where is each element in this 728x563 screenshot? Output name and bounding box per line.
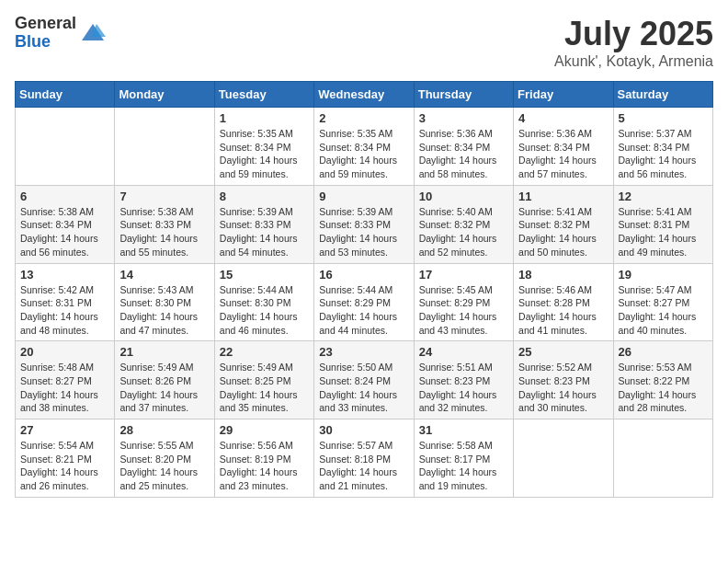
day-number: 8 xyxy=(220,190,309,203)
day-info: Sunrise: 5:48 AM Sunset: 8:27 PM Dayligh… xyxy=(20,361,109,415)
day-number: 9 xyxy=(319,190,408,203)
weekday-header: Sunday xyxy=(16,82,115,108)
day-info: Sunrise: 5:44 AM Sunset: 8:30 PM Dayligh… xyxy=(220,283,309,338)
day-number: 28 xyxy=(119,423,209,437)
day-number: 1 xyxy=(220,111,309,125)
day-info: Sunrise: 5:44 AM Sunset: 8:29 PM Dayligh… xyxy=(319,283,408,338)
day-info: Sunrise: 5:58 AM Sunset: 8:17 PM Dayligh… xyxy=(419,439,508,493)
calendar-day-cell: 17Sunrise: 5:45 AM Sunset: 8:29 PM Dayli… xyxy=(414,263,513,341)
page-header: General Blue July 2025 Akunk', Kotayk, A… xyxy=(15,15,713,70)
month-title: July 2025 xyxy=(554,15,713,53)
calendar-day-cell: 1Sunrise: 5:35 AM Sunset: 8:34 PM Daylig… xyxy=(214,108,313,186)
day-info: Sunrise: 5:36 AM Sunset: 8:34 PM Dayligh… xyxy=(419,127,508,181)
day-info: Sunrise: 5:56 AM Sunset: 8:19 PM Dayligh… xyxy=(220,439,309,493)
calendar-day-cell: 21Sunrise: 5:49 AM Sunset: 8:26 PM Dayli… xyxy=(115,341,214,419)
calendar-day-cell: 24Sunrise: 5:51 AM Sunset: 8:23 PM Dayli… xyxy=(414,341,513,419)
title-block: July 2025 Akunk', Kotayk, Armenia xyxy=(554,15,713,70)
calendar-day-cell: 23Sunrise: 5:50 AM Sunset: 8:24 PM Dayli… xyxy=(314,341,414,419)
weekday-header: Tuesday xyxy=(214,82,313,108)
day-number: 6 xyxy=(20,190,109,203)
calendar-day-cell: 2Sunrise: 5:35 AM Sunset: 8:34 PM Daylig… xyxy=(314,108,414,186)
day-info: Sunrise: 5:40 AM Sunset: 8:32 PM Dayligh… xyxy=(419,205,508,259)
day-info: Sunrise: 5:51 AM Sunset: 8:23 PM Dayligh… xyxy=(419,361,508,415)
day-info: Sunrise: 5:46 AM Sunset: 8:28 PM Dayligh… xyxy=(518,283,608,338)
calendar-day-cell: 18Sunrise: 5:46 AM Sunset: 8:28 PM Dayli… xyxy=(514,263,613,341)
calendar-day-cell: 19Sunrise: 5:47 AM Sunset: 8:27 PM Dayli… xyxy=(613,263,712,341)
logo: General Blue xyxy=(15,15,106,52)
day-number: 22 xyxy=(220,345,309,359)
weekday-header: Saturday xyxy=(613,82,712,108)
day-info: Sunrise: 5:43 AM Sunset: 8:30 PM Dayligh… xyxy=(119,283,209,338)
calendar-day-cell: 20Sunrise: 5:48 AM Sunset: 8:27 PM Dayli… xyxy=(16,341,115,419)
day-number: 30 xyxy=(319,423,408,437)
calendar-day-cell xyxy=(613,419,712,498)
calendar-day-cell: 15Sunrise: 5:44 AM Sunset: 8:30 PM Dayli… xyxy=(214,263,313,341)
weekday-header: Monday xyxy=(115,82,214,108)
day-number: 16 xyxy=(319,268,408,282)
calendar-day-cell: 27Sunrise: 5:54 AM Sunset: 8:21 PM Dayli… xyxy=(16,419,115,498)
day-info: Sunrise: 5:35 AM Sunset: 8:34 PM Dayligh… xyxy=(319,127,408,181)
calendar-day-cell: 28Sunrise: 5:55 AM Sunset: 8:20 PM Dayli… xyxy=(115,419,214,498)
calendar-week-row: 6Sunrise: 5:38 AM Sunset: 8:34 PM Daylig… xyxy=(16,185,713,263)
calendar-day-cell xyxy=(16,108,115,186)
day-info: Sunrise: 5:53 AM Sunset: 8:22 PM Dayligh… xyxy=(619,361,708,415)
day-number: 23 xyxy=(319,345,408,359)
day-info: Sunrise: 5:35 AM Sunset: 8:34 PM Dayligh… xyxy=(220,127,309,181)
day-number: 12 xyxy=(619,190,708,203)
day-info: Sunrise: 5:39 AM Sunset: 8:33 PM Dayligh… xyxy=(220,205,309,259)
day-number: 15 xyxy=(220,268,309,282)
calendar-day-cell: 8Sunrise: 5:39 AM Sunset: 8:33 PM Daylig… xyxy=(214,185,313,263)
weekday-header-row: SundayMondayTuesdayWednesdayThursdayFrid… xyxy=(16,82,713,108)
day-info: Sunrise: 5:54 AM Sunset: 8:21 PM Dayligh… xyxy=(20,439,109,493)
calendar-day-cell: 10Sunrise: 5:40 AM Sunset: 8:32 PM Dayli… xyxy=(414,185,513,263)
calendar-day-cell: 5Sunrise: 5:37 AM Sunset: 8:34 PM Daylig… xyxy=(613,108,712,186)
calendar-day-cell xyxy=(514,419,613,498)
calendar-week-row: 13Sunrise: 5:42 AM Sunset: 8:31 PM Dayli… xyxy=(16,263,713,341)
day-number: 25 xyxy=(518,345,608,359)
day-number: 21 xyxy=(119,345,209,359)
day-number: 2 xyxy=(319,111,408,125)
day-number: 24 xyxy=(419,345,508,359)
calendar-week-row: 27Sunrise: 5:54 AM Sunset: 8:21 PM Dayli… xyxy=(16,419,713,498)
calendar-day-cell: 31Sunrise: 5:58 AM Sunset: 8:17 PM Dayli… xyxy=(414,419,513,498)
calendar-day-cell: 30Sunrise: 5:57 AM Sunset: 8:18 PM Dayli… xyxy=(314,419,414,498)
day-info: Sunrise: 5:45 AM Sunset: 8:29 PM Dayligh… xyxy=(419,283,508,338)
calendar-day-cell: 11Sunrise: 5:41 AM Sunset: 8:32 PM Dayli… xyxy=(514,185,613,263)
calendar-table: SundayMondayTuesdayWednesdayThursdayFrid… xyxy=(15,81,713,498)
day-info: Sunrise: 5:38 AM Sunset: 8:34 PM Dayligh… xyxy=(20,205,109,259)
calendar-week-row: 20Sunrise: 5:48 AM Sunset: 8:27 PM Dayli… xyxy=(16,341,713,419)
calendar-day-cell: 25Sunrise: 5:52 AM Sunset: 8:23 PM Dayli… xyxy=(514,341,613,419)
day-info: Sunrise: 5:47 AM Sunset: 8:27 PM Dayligh… xyxy=(619,283,708,338)
day-info: Sunrise: 5:49 AM Sunset: 8:25 PM Dayligh… xyxy=(220,361,309,415)
day-info: Sunrise: 5:50 AM Sunset: 8:24 PM Dayligh… xyxy=(319,361,408,415)
day-number: 13 xyxy=(20,268,109,282)
logo-general: General xyxy=(15,15,76,33)
calendar-week-row: 1Sunrise: 5:35 AM Sunset: 8:34 PM Daylig… xyxy=(16,108,713,186)
day-info: Sunrise: 5:42 AM Sunset: 8:31 PM Dayligh… xyxy=(20,283,109,338)
day-info: Sunrise: 5:37 AM Sunset: 8:34 PM Dayligh… xyxy=(619,127,708,181)
day-number: 17 xyxy=(419,268,508,282)
day-number: 27 xyxy=(20,423,109,437)
day-info: Sunrise: 5:36 AM Sunset: 8:34 PM Dayligh… xyxy=(518,127,608,181)
calendar-day-cell xyxy=(115,108,214,186)
calendar-day-cell: 9Sunrise: 5:39 AM Sunset: 8:33 PM Daylig… xyxy=(314,185,414,263)
logo-blue: Blue xyxy=(15,33,76,52)
day-info: Sunrise: 5:52 AM Sunset: 8:23 PM Dayligh… xyxy=(518,361,608,415)
day-number: 20 xyxy=(20,345,109,359)
calendar-day-cell: 26Sunrise: 5:53 AM Sunset: 8:22 PM Dayli… xyxy=(613,341,712,419)
weekday-header: Thursday xyxy=(414,82,513,108)
day-number: 14 xyxy=(119,268,209,282)
day-number: 7 xyxy=(119,190,209,203)
calendar-day-cell: 16Sunrise: 5:44 AM Sunset: 8:29 PM Dayli… xyxy=(314,263,414,341)
weekday-header: Wednesday xyxy=(314,82,414,108)
logo-icon xyxy=(80,20,106,46)
day-number: 11 xyxy=(518,190,608,203)
day-info: Sunrise: 5:41 AM Sunset: 8:32 PM Dayligh… xyxy=(518,205,608,259)
calendar-day-cell: 3Sunrise: 5:36 AM Sunset: 8:34 PM Daylig… xyxy=(414,108,513,186)
weekday-header: Friday xyxy=(514,82,613,108)
day-number: 19 xyxy=(619,268,708,282)
calendar-day-cell: 12Sunrise: 5:41 AM Sunset: 8:31 PM Dayli… xyxy=(613,185,712,263)
day-info: Sunrise: 5:57 AM Sunset: 8:18 PM Dayligh… xyxy=(319,439,408,493)
day-number: 5 xyxy=(619,111,708,125)
calendar-day-cell: 7Sunrise: 5:38 AM Sunset: 8:33 PM Daylig… xyxy=(115,185,214,263)
